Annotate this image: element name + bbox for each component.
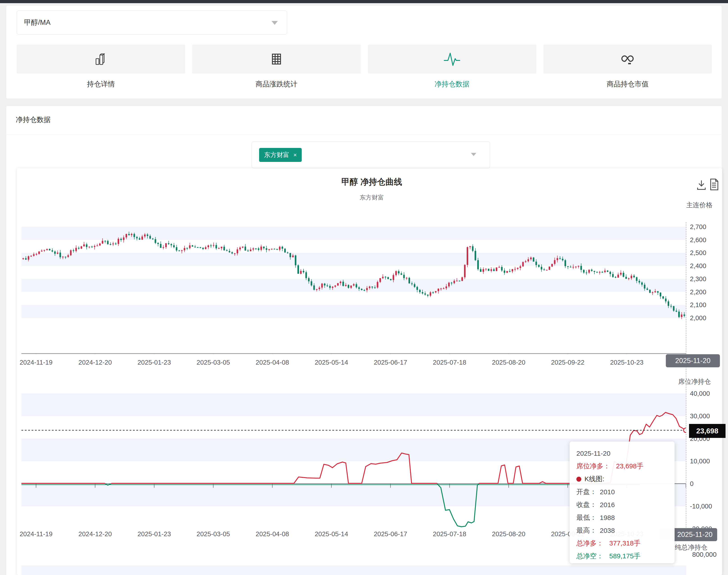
x-axis-tick: 2025-03-05 [196,359,230,366]
price-axis-title: 主连价格 [667,201,713,210]
x-axis-tick: 2025-08-20 [492,530,525,538]
tab-label: 商品持仓市值 [607,79,649,89]
y-axis-tick: 2,600 [690,236,706,243]
marker-value-tag: 23,698 [689,424,726,438]
x-axis-tick: 2024-12-20 [78,359,112,366]
seat-axis-title: 席位净持仓 [666,377,711,386]
y-axis-tick: 2,200 [690,288,706,296]
tab-position-detail[interactable]: 持仓详情 [17,45,185,89]
x-axis-tick: 2025-01-23 [138,530,171,538]
y-axis-tick: 2,400 [690,262,706,270]
axis-pointer-date-tag-price: 2025-11-20 [666,354,720,367]
symbol-select[interactable]: 甲醇/MA [17,10,287,34]
y-axis-tick: 30,000 [690,412,710,420]
x-axis-tick: 2024-11-19 [20,359,52,366]
series-dot-icon [576,477,581,482]
x-axis-tick: 2025-05-14 [315,359,348,366]
x-axis-tick: 2025-08-20 [492,359,525,366]
market-value-icon [543,45,712,73]
x-axis-tick: 2024-11-19 [20,530,52,538]
section-title: 净持仓数据 [16,115,51,125]
third-chart-top-stripe [22,566,686,575]
candlestick-chart[interactable] [22,222,686,354]
chart-tooltip: 2025-11-20 席位净多：23,698手 K线图: 开盘：2010 收盘：… [570,441,675,563]
y-axis-tick: 2,700 [690,223,706,231]
tab-price-change-stats[interactable]: 商品涨跌统计 [192,45,361,89]
table-icon [192,45,361,73]
tab-label: 净持仓数据 [435,79,470,89]
tooltip-low-value: 1988 [600,514,615,521]
y-axis-tick: 2,000 [690,314,706,322]
tab-market-value[interactable]: 商品持仓市值 [543,45,712,89]
x-axis-tick: 2025-07-18 [433,359,466,366]
y-axis-tick: 10,000 [690,458,710,465]
y-axis-tick: 0 [690,480,694,487]
tooltip-seat-long-label: 席位净多： [576,462,610,471]
chip-close-icon[interactable]: × [293,151,297,159]
tooltip-total-short-label: 总净空： [576,551,604,561]
y-axis-tick: -10,000 [690,503,712,510]
download-icon[interactable] [696,179,707,191]
tooltip-seat-long-value: 23,698手 [616,462,644,471]
x-axis-tick: 2025-04-08 [256,359,289,366]
tab-net-position-data[interactable]: 净持仓数据 [368,45,536,89]
y-axis-tick: 2,300 [690,275,706,282]
y-axis-tick: 40,000 [690,390,710,397]
section-divider [6,135,722,135]
data-view-icon[interactable] [709,178,719,191]
tooltip-total-short-value: 589,175手 [609,551,640,561]
y-axis-tick: 2,500 [690,249,706,257]
tooltip-total-long-value: 377,318手 [609,539,640,548]
axis-pointer-line [686,222,686,541]
total-axis-first-label: 800,000 [692,551,717,558]
x-axis-tick: 2025-07-18 [433,530,466,538]
top-system-bar [0,0,728,3]
chevron-down-icon [271,21,278,25]
tooltip-open-label: 开盘： [576,487,597,497]
tooltip-close-value: 2016 [600,501,615,509]
tooltip-low-label: 最低： [576,513,597,522]
tab-label: 商品涨跌统计 [256,79,297,89]
x-axis-tick: 2025-06-17 [374,530,407,538]
x-axis-tick: 2025-01-23 [138,359,171,366]
tooltip-high-label: 最高： [576,526,597,535]
tab-bar: 持仓详情 商品涨跌统计 净持仓数据 商品持仓市值 [17,45,712,89]
tooltip-kline-header: K线图: [584,474,604,484]
tooltip-high-value: 2038 [600,527,615,534]
x-axis-tick: 2025-04-08 [256,530,289,538]
broker-chip-label: 东方财富 [264,150,289,159]
axis-pointer-date-tag-seat: 2025-11-20 [672,528,717,541]
x-axis-tick: 2025-03-05 [196,530,230,538]
x-axis-tick: 2025-06-17 [374,359,407,366]
bar-chart-icon [17,45,185,73]
chart-subtitle: 东方财富 [259,194,484,202]
chart-title: 甲醇 净持仓曲线 [259,176,484,188]
tooltip-open-value: 2010 [600,488,615,496]
tooltip-date: 2025-11-20 [576,447,668,460]
symbol-select-value: 甲醇/MA [24,18,50,27]
broker-chip[interactable]: 东方财富 × [259,148,302,162]
x-axis-tick: 2025-10-23 [610,359,644,366]
y-axis-tick: 2,100 [690,301,706,309]
x-axis-tick: 2025-05-14 [315,530,348,538]
x-axis-tick: 2024-12-20 [78,530,112,538]
tooltip-close-label: 收盘： [576,500,597,509]
tooltip-total-long-label: 总净多： [576,539,604,548]
tab-label: 持仓详情 [87,79,115,89]
pulse-icon [368,45,536,73]
x-axis-tick: 2025-09-22 [551,359,584,366]
chevron-down-icon [471,153,476,156]
